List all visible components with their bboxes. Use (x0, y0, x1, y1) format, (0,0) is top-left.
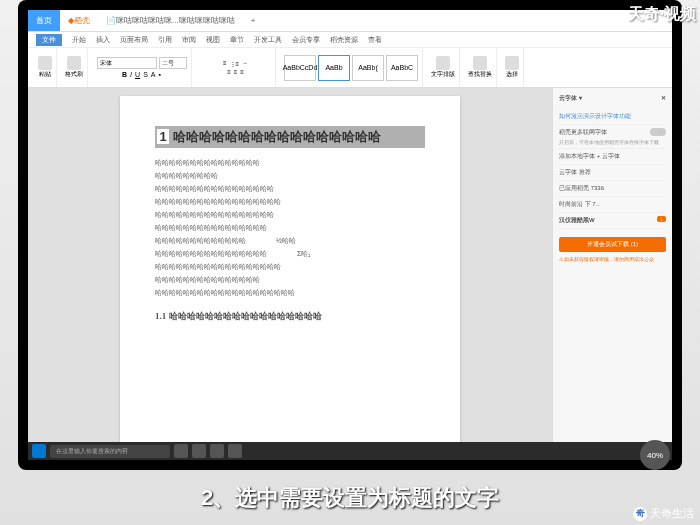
formula-fraction: ½哈哈 (276, 236, 296, 246)
menu-file[interactable]: 文件 (36, 34, 62, 46)
select-icon[interactable] (505, 56, 519, 70)
panel-add-font[interactable]: 添加本地字体 + 云字体 (559, 149, 666, 165)
tab-home[interactable]: 首页 (28, 10, 60, 31)
screen: 首页 ◆ 稻壳 📄 咪咕咪咕咪咕咪...咪咕咪咪咕咪咕 + 文件 开始 插入 页… (28, 10, 672, 460)
select-label: 选择 (506, 70, 518, 79)
align-center-button[interactable]: ≡ (234, 69, 238, 75)
format-painter-icon[interactable] (67, 56, 81, 70)
toggle-switch[interactable] (650, 128, 666, 136)
style-normal[interactable]: AaBbCcDd (284, 55, 316, 81)
tab-add[interactable]: + (243, 10, 264, 31)
video-subtitle: 2、选中需要设置为标题的文字 (0, 483, 700, 513)
body-line[interactable]: 哈哈哈哈哈哈哈哈哈 (155, 171, 425, 181)
indent-button[interactable]: → (242, 60, 248, 67)
formula-sigma: Σ哈₁ (297, 249, 310, 259)
watermark-bottom: 奇 天奇生活 (633, 506, 694, 521)
watermark-top: 天奇·视频 (628, 4, 696, 25)
heading1-selected[interactable]: 1哈哈哈哈哈哈哈哈哈哈哈哈哈哈哈哈 (155, 126, 425, 148)
strike-button[interactable]: S (143, 71, 148, 78)
heading-number: 1 (157, 129, 169, 144)
menu-layout[interactable]: 页面布局 (120, 35, 148, 45)
logo-icon: 奇 (633, 507, 647, 521)
bold-button[interactable]: B (122, 71, 127, 78)
menu-vip[interactable]: 会员专享 (292, 35, 320, 45)
menu-view[interactable]: 视图 (206, 35, 220, 45)
panel-cloud-title: 云字体 推荐 (559, 165, 666, 181)
menu-search[interactable]: 查看 (368, 35, 382, 45)
menu-reference[interactable]: 引用 (158, 35, 172, 45)
highlight-button[interactable]: ▪ (158, 71, 160, 78)
font-item[interactable]: 已应用稻壳 7336 (559, 181, 666, 197)
taskbar-app-icon[interactable] (174, 444, 188, 458)
format-painter-label: 格式刷 (65, 70, 83, 79)
body-line[interactable]: 哈哈哈哈哈哈哈哈哈哈哈哈哈哈哈哈哈哈哈哈 (155, 288, 425, 298)
vip-download-button[interactable]: 开通会员试下载 (1) (559, 237, 666, 252)
paste-label: 粘贴 (39, 70, 51, 79)
find-icon[interactable] (473, 56, 487, 70)
windows-taskbar: 在这里输入你要搜索的内容 (28, 442, 672, 460)
tab-templates[interactable]: ◆ 稻壳 (60, 10, 98, 31)
download-icon[interactable]: ↓ (657, 216, 666, 222)
taskbar-app-icon[interactable] (210, 444, 224, 458)
progress-bubble: 40% (640, 440, 670, 470)
body-line[interactable]: 哈哈哈哈哈哈哈哈哈哈哈哈哈哈哈哈哈哈 (155, 262, 425, 272)
font-family-select[interactable] (97, 57, 157, 69)
font-size-select[interactable] (159, 57, 187, 69)
side-panel-fonts: 云字体 ▾✕ 如何激活演示设计字体功能 稻壳更多联网字体 开启后，可在本地使用稻… (552, 88, 672, 446)
document-canvas[interactable]: 1哈哈哈哈哈哈哈哈哈哈哈哈哈哈哈哈 哈哈哈哈哈哈哈哈哈哈哈哈哈哈哈 哈哈哈哈哈哈… (28, 88, 552, 446)
window-titlebar: 首页 ◆ 稻壳 📄 咪咕咪咕咪咕咪...咪咕咪咪咕咪咕 + (28, 10, 672, 32)
align-left-button[interactable]: ≡ (227, 69, 231, 75)
body-line[interactable]: 哈哈哈哈哈哈哈哈哈哈哈哈哈哈哈哈哈哈 (155, 197, 425, 207)
style-heading1[interactable]: AaBb (318, 55, 350, 81)
text-tool-label: 文字排版 (431, 70, 455, 79)
monitor-frame: 首页 ◆ 稻壳 📄 咪咕咪咕咪咕咪...咪咕咪咪咕咪咕 + 文件 开始 插入 页… (18, 0, 682, 470)
start-button[interactable] (32, 444, 46, 458)
paste-icon[interactable] (38, 56, 52, 70)
body-line[interactable]: 哈哈哈哈哈哈哈哈哈哈哈哈哈½哈哈 (155, 236, 425, 246)
body-line[interactable]: 哈哈哈哈哈哈哈哈哈哈哈哈哈哈哈哈 (155, 223, 425, 233)
font-item[interactable]: 时尚前沿 下 7... (559, 197, 666, 213)
menu-start[interactable]: 开始 (72, 35, 86, 45)
italic-button[interactable]: I (130, 71, 132, 78)
tab-document[interactable]: 📄 咪咕咪咕咪咕咪...咪咕咪咪咕咪咕 (98, 10, 243, 31)
body-line[interactable]: 哈哈哈哈哈哈哈哈哈哈哈哈哈哈哈 (155, 158, 425, 168)
font-color-button[interactable]: A (151, 71, 156, 78)
taskbar-app-icon[interactable] (192, 444, 206, 458)
panel-toggle-item: 稻壳更多联网字体 开启后，可在本地使用稻壳字体在线字体下载 (559, 125, 666, 149)
menu-resource[interactable]: 稻壳资源 (330, 35, 358, 45)
style-heading3[interactable]: AaBbC (386, 55, 418, 81)
font-item[interactable]: 汉仪雅酷黑W ↓ (559, 213, 666, 229)
ribbon-toolbar: 粘贴 格式刷 B I U S A (28, 48, 672, 88)
content-area: 1哈哈哈哈哈哈哈哈哈哈哈哈哈哈哈哈 哈哈哈哈哈哈哈哈哈哈哈哈哈哈哈 哈哈哈哈哈哈… (28, 88, 672, 446)
panel-help-link[interactable]: 如何激活演示设计字体功能 (559, 109, 666, 125)
body-line[interactable]: 哈哈哈哈哈哈哈哈哈哈哈哈哈哈哈 (155, 275, 425, 285)
body-line[interactable]: 哈哈哈哈哈哈哈哈哈哈哈哈哈哈哈哈哈 (155, 210, 425, 220)
body-line[interactable]: 哈哈哈哈哈哈哈哈哈哈哈哈哈哈哈哈Σ哈₁ (155, 249, 425, 259)
taskbar-app-icon[interactable] (228, 444, 242, 458)
find-label: 查找替换 (468, 70, 492, 79)
panel-close-icon[interactable]: ✕ (661, 94, 666, 103)
underline-button[interactable]: U (135, 71, 140, 78)
document-page: 1哈哈哈哈哈哈哈哈哈哈哈哈哈哈哈哈 哈哈哈哈哈哈哈哈哈哈哈哈哈哈哈 哈哈哈哈哈哈… (120, 96, 460, 446)
number-list-button[interactable]: ⋮≡ (230, 60, 240, 67)
menu-review[interactable]: 审阅 (182, 35, 196, 45)
heading2[interactable]: 1.1 哈哈哈哈哈哈哈哈哈哈哈哈哈哈哈哈哈 (155, 310, 425, 323)
style-gallery: AaBbCcDd AaBb AaBb( AaBbC (284, 55, 418, 81)
text-tool-icon[interactable] (436, 56, 450, 70)
menu-section[interactable]: 章节 (230, 35, 244, 45)
taskbar-search[interactable]: 在这里输入你要搜索的内容 (50, 445, 170, 458)
panel-title: 云字体 ▾ (559, 94, 582, 103)
menu-dev[interactable]: 开发工具 (254, 35, 282, 45)
bullet-list-button[interactable]: ≡ (223, 60, 227, 67)
menu-insert[interactable]: 插入 (96, 35, 110, 45)
copyright-warning: ⚠ 如未获得版权请审慎，请勿商用或出公众 (559, 256, 666, 262)
align-right-button[interactable]: ≡ (240, 69, 244, 75)
style-heading2[interactable]: AaBb( (352, 55, 384, 81)
menu-bar: 文件 开始 插入 页面布局 引用 审阅 视图 章节 开发工具 会员专享 稻壳资源… (28, 32, 672, 48)
body-line[interactable]: 哈哈哈哈哈哈哈哈哈哈哈哈哈哈哈哈哈 (155, 184, 425, 194)
